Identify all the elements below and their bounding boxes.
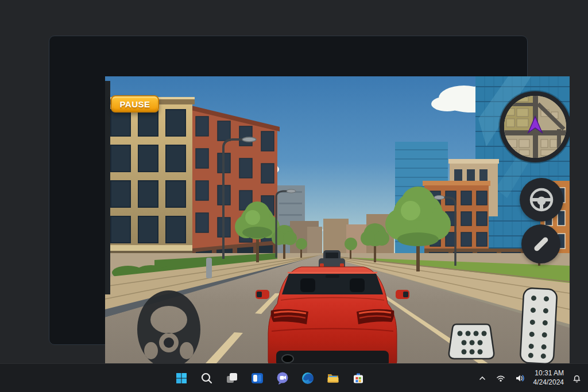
system-tray: 10:31 AM 4/24/2024 xyxy=(476,364,583,392)
tray-time: 10:31 AM xyxy=(533,369,564,378)
speaker-icon xyxy=(514,374,525,383)
chat-icon xyxy=(276,371,289,385)
widgets-button[interactable] xyxy=(248,367,266,390)
minimap-map xyxy=(504,96,566,158)
game-window-frame: PAUSE xyxy=(49,36,528,345)
pencil-button[interactable] xyxy=(521,224,560,263)
folder-icon xyxy=(326,371,340,385)
chat-button[interactable] xyxy=(273,367,292,390)
microsoft-store-button[interactable] xyxy=(349,367,368,390)
windows-logo-icon xyxy=(175,371,188,385)
edge-button[interactable] xyxy=(299,367,317,390)
game-viewport[interactable]: PAUSE xyxy=(105,76,570,376)
taskbar-center-icons xyxy=(172,364,368,392)
desktop: PAUSE xyxy=(0,0,588,392)
pencil-icon xyxy=(528,231,554,257)
notifications-button[interactable] xyxy=(570,372,583,385)
gas-pedal[interactable] xyxy=(516,285,560,366)
tray-date: 4/24/2024 xyxy=(533,378,564,387)
pause-button[interactable]: PAUSE xyxy=(111,95,159,112)
file-explorer-button[interactable] xyxy=(324,367,342,390)
steering-wheel-control[interactable] xyxy=(133,286,205,372)
edge-icon xyxy=(301,371,315,385)
taskbar: 10:31 AM 4/24/2024 xyxy=(0,363,588,392)
search-icon xyxy=(200,371,214,385)
widgets-icon xyxy=(250,371,264,385)
task-view-icon xyxy=(225,371,239,385)
volume-button[interactable] xyxy=(513,372,527,385)
steering-mode-button[interactable] xyxy=(520,178,563,222)
bell-icon xyxy=(572,374,582,383)
hidden-icons-button[interactable] xyxy=(476,372,489,385)
steering-wheel-icon xyxy=(528,187,555,213)
chevron-up-icon xyxy=(478,374,487,383)
search-button[interactable] xyxy=(198,367,216,390)
left-tan-building xyxy=(105,97,195,277)
wifi-icon xyxy=(496,374,506,383)
network-button[interactable] xyxy=(494,372,508,385)
minimap[interactable] xyxy=(500,91,570,162)
task-view-button[interactable] xyxy=(223,367,241,390)
store-icon xyxy=(351,371,365,385)
taskbar-clock[interactable]: 10:31 AM 4/24/2024 xyxy=(532,369,565,387)
left-brick-building xyxy=(189,105,280,274)
brake-pedal[interactable] xyxy=(447,321,496,363)
start-button[interactable] xyxy=(172,367,191,390)
